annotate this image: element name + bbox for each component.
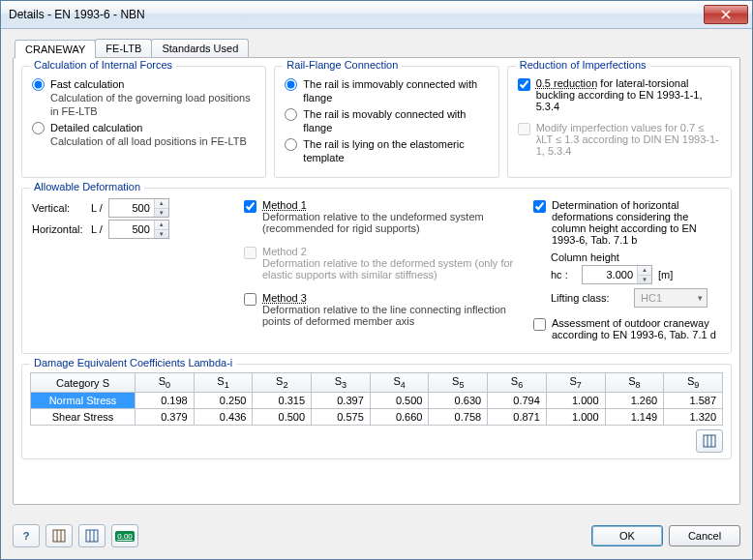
cancel-button[interactable]: Cancel: [669, 525, 740, 546]
label-horizontal: Horizontal:: [32, 223, 85, 235]
window-title: Details - EN 1993-6 - NBN: [9, 8, 704, 21]
check-method-2: [244, 247, 256, 259]
check-05-reduction-link: 0.5 reduction: [536, 77, 598, 89]
close-icon: [721, 10, 731, 19]
radio-detailed-calculation[interactable]: [32, 122, 45, 134]
spin-down-icon[interactable]: ▼: [638, 276, 651, 284]
label-column-height: Column height: [551, 251, 721, 263]
group-reduction: Reduction of Imperfections: [516, 59, 650, 71]
label-lifting-class: Lifting class:: [551, 292, 628, 304]
close-button[interactable]: [704, 5, 748, 24]
tab-standards-used[interactable]: Standards Used: [151, 39, 249, 57]
group-allowable-deformation: Allowable Deformation: [30, 181, 144, 192]
spin-up-icon[interactable]: ▲: [155, 221, 168, 230]
spin-up-icon[interactable]: ▲: [155, 199, 168, 209]
check-method-2-label: Method 2: [262, 246, 307, 257]
columns-icon: [52, 529, 66, 543]
table-row[interactable]: Normal Stress 0.1980.2500.3150.3970.5000…: [31, 393, 723, 409]
label-vertical: Vertical:: [32, 202, 85, 214]
label-lover-h: L /: [91, 223, 103, 235]
help-icon: ?: [23, 530, 30, 542]
units-button[interactable]: 0.00: [111, 524, 138, 547]
columns-icon: [703, 434, 716, 448]
input-hc[interactable]: [583, 266, 637, 283]
group-rail-flange: Rail-Flange Connection: [283, 59, 402, 71]
check-method-3-sub: Deformation relative to the line connect…: [262, 304, 520, 327]
input-vertical-l[interactable]: [109, 199, 154, 217]
label-hc: hc :: [551, 269, 576, 280]
check-modify-imperfection-label: Modify imperfection values for 0.7 ≤ λLT…: [536, 122, 721, 157]
label-lover-v: L /: [91, 202, 103, 214]
radio-rail-elastomeric-label: The rail is lying on the elastomeric tem…: [303, 137, 488, 164]
units-icon: 0.00: [115, 531, 135, 542]
columns-icon: [85, 529, 99, 543]
check-method-1-sub: Deformation relative to the undeformed s…: [262, 211, 520, 234]
check-method-2-sub: Deformation relative to the deformed sys…: [262, 257, 520, 280]
label-hc-unit: [m]: [658, 269, 673, 280]
ok-button[interactable]: OK: [591, 525, 663, 546]
spin-down-icon[interactable]: ▼: [155, 209, 168, 218]
group-lambda: Damage Equivalent Coefficients Lambda-i: [30, 357, 236, 368]
tab-craneway[interactable]: CRANEWAY: [15, 40, 96, 58]
check-horizontal-deform[interactable]: [533, 200, 546, 213]
check-outdoor-craneway[interactable]: [533, 318, 546, 331]
tool-button-2[interactable]: [78, 524, 105, 547]
check-method-1[interactable]: [244, 200, 256, 213]
spin-up-icon[interactable]: ▲: [638, 266, 651, 276]
lambda-table[interactable]: Category S S0S1S2S3S4S5S6S7S8S9 Normal S…: [30, 372, 723, 426]
lambda-settings-button[interactable]: [696, 429, 723, 453]
group-calc-forces: Calculation of Internal Forces: [30, 59, 176, 71]
th-category: Category S: [31, 373, 136, 393]
radio-fast-calculation-sub: Calculation of the governing load positi…: [50, 91, 256, 118]
check-method-3-label: Method 3: [262, 292, 307, 304]
table-row[interactable]: Shear Stress 0.3790.4360.5000.5750.6600.…: [31, 409, 723, 426]
check-05-reduction[interactable]: [518, 78, 530, 91]
radio-rail-movable-label: The rail is movably connected with flang…: [303, 107, 488, 134]
radio-rail-elastomeric[interactable]: [285, 138, 297, 151]
help-button[interactable]: ?: [13, 524, 40, 547]
check-method-3[interactable]: [244, 293, 256, 306]
radio-detailed-calculation-sub: Calculation of all load positions in FE-…: [50, 134, 247, 148]
check-modify-imperfection: [518, 123, 530, 135]
input-horizontal-l[interactable]: [109, 221, 154, 238]
radio-rail-movable[interactable]: [285, 108, 297, 121]
spin-down-icon[interactable]: ▼: [155, 230, 168, 239]
radio-fast-calculation[interactable]: [32, 78, 45, 91]
check-outdoor-craneway-label: Assessment of outdoor craneway according…: [552, 317, 721, 340]
tool-button-1[interactable]: [45, 524, 73, 547]
select-lifting-class[interactable]: HC1: [634, 288, 708, 308]
tab-fe-ltb[interactable]: FE-LTB: [95, 39, 152, 57]
check-horizontal-deform-label: Determination of horizontal deformations…: [552, 199, 721, 246]
svg-rect-6: [86, 530, 98, 542]
radio-detailed-calculation-label: Detailed calculation: [50, 121, 247, 134]
radio-rail-immovable-label: The rail is immovably connected with fla…: [303, 77, 488, 104]
svg-rect-0: [704, 435, 715, 447]
svg-rect-3: [53, 530, 65, 542]
radio-rail-immovable[interactable]: [285, 78, 297, 91]
check-method-1-label: Method 1: [262, 199, 307, 211]
radio-fast-calculation-label: Fast calculation: [50, 77, 256, 91]
